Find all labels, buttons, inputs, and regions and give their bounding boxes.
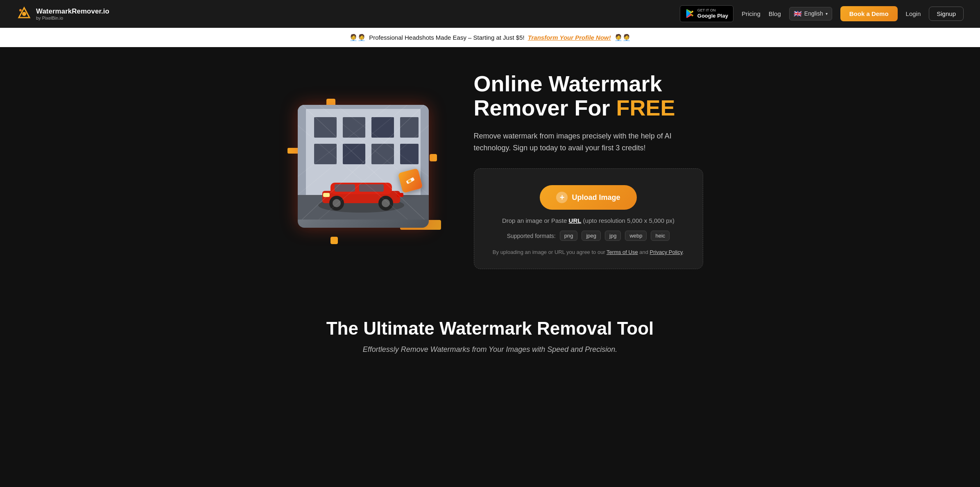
announcement-text: Professional Headshots Made Easy – Start… [369, 34, 524, 41]
hero-subtitle: Remove watermark from images precisely w… [474, 130, 703, 154]
format-jpeg: jpeg [582, 231, 601, 241]
logo-icon [16, 6, 32, 22]
logo-subtitle: by PixelBin.io [36, 16, 109, 20]
pricing-link[interactable]: Pricing [742, 10, 760, 17]
terms-of-use-link[interactable]: Terms of Use [607, 249, 638, 255]
svg-point-3 [19, 9, 22, 11]
logo-title: WatermarkRemover.io [36, 7, 109, 16]
book-demo-button[interactable]: Book a Demo [840, 6, 898, 21]
hero-illustration [277, 84, 441, 256]
svg-point-21 [333, 199, 341, 207]
language-label: English [804, 10, 823, 17]
bottom-section: The Ultimate Watermark Removal Tool Effo… [0, 294, 980, 370]
logo-text: WatermarkRemover.io by PixelBin.io [36, 7, 109, 20]
svg-rect-9 [400, 117, 419, 138]
navbar-right: GET IT ON Google Play Pricing Blog 🇬🇧 En… [680, 5, 964, 22]
logo-area: WatermarkRemover.io by PixelBin.io [16, 6, 109, 22]
car-placeholder [298, 105, 429, 228]
drop-text-prefix: Drop an image or Paste [502, 217, 569, 224]
hero-title-line1: Online Watermark [474, 71, 662, 96]
plus-icon: + [556, 192, 568, 203]
language-selector[interactable]: 🇬🇧 English ▾ [789, 7, 832, 20]
hero-main-image [298, 105, 429, 228]
google-play-label: Google Play [697, 13, 728, 19]
google-play-icon [685, 9, 694, 18]
flag-icon: 🇬🇧 [794, 10, 802, 18]
upload-button-label: Upload Image [572, 193, 620, 202]
format-png: png [560, 231, 578, 241]
terms-and: and [638, 249, 650, 255]
bottom-title: The Ultimate Watermark Removal Tool [16, 318, 964, 339]
upload-card: + Upload Image Drop an image or Paste UR… [474, 168, 703, 269]
google-play-button[interactable]: GET IT ON Google Play [680, 5, 733, 22]
bottom-subtitle: Effortlessly Remove Watermarks from Your… [16, 345, 964, 354]
announcement-link[interactable]: Transform Your Profile Now! [528, 34, 611, 41]
hero-title-free: FREE [616, 95, 675, 120]
privacy-policy-link[interactable]: Privacy Policy [650, 249, 683, 255]
terms-suffix: . [683, 249, 684, 255]
hero-content: Online Watermark Remover For FREE Remove… [474, 72, 703, 269]
svg-rect-6 [314, 117, 337, 138]
deco-square-3 [430, 154, 437, 161]
hero-section: Online Watermark Remover For FREE Remove… [204, 47, 777, 294]
signup-button[interactable]: Signup [929, 7, 964, 21]
drop-text: Drop an image or Paste URL (upto resolut… [489, 217, 688, 224]
building-svg [298, 105, 429, 220]
upload-image-button[interactable]: + Upload Image [540, 185, 636, 210]
announcement-bar: 🧑‍💼🧑‍💼 Professional Headshots Made Easy … [0, 28, 980, 47]
hero-title: Online Watermark Remover For FREE [474, 72, 703, 120]
login-link[interactable]: Login [906, 10, 921, 17]
svg-rect-19 [359, 184, 384, 192]
terms-text: By uploading an image or URL you agree t… [489, 248, 688, 256]
navbar: WatermarkRemover.io by PixelBin.io [0, 0, 980, 28]
svg-point-2 [22, 12, 26, 16]
drop-text-suffix: (upto resolution 5,000 x 5,000 px) [581, 217, 674, 224]
format-jpg: jpg [605, 231, 621, 241]
svg-rect-18 [335, 184, 355, 192]
formats-row: Supported formats: png jpeg jpg webp hei… [489, 231, 688, 241]
format-heic: heic [651, 231, 670, 241]
deco-square-4 [330, 237, 338, 244]
blog-link[interactable]: Blog [769, 10, 781, 17]
hero-title-line2: Remover For [474, 95, 616, 120]
person-icon-left: 🧑‍💼🧑‍💼 [349, 34, 366, 41]
formats-label: Supported formats: [507, 233, 556, 239]
chevron-down-icon: ▾ [826, 11, 828, 16]
person-icon-right: 🧑‍💼🧑‍💼 [614, 34, 631, 41]
get-it-on-label: GET IT ON [697, 8, 728, 13]
terms-prefix: By uploading an image or URL you agree t… [493, 249, 607, 255]
format-webp: webp [625, 231, 647, 241]
url-link[interactable]: URL [569, 217, 582, 224]
google-play-text: GET IT ON Google Play [697, 8, 728, 19]
